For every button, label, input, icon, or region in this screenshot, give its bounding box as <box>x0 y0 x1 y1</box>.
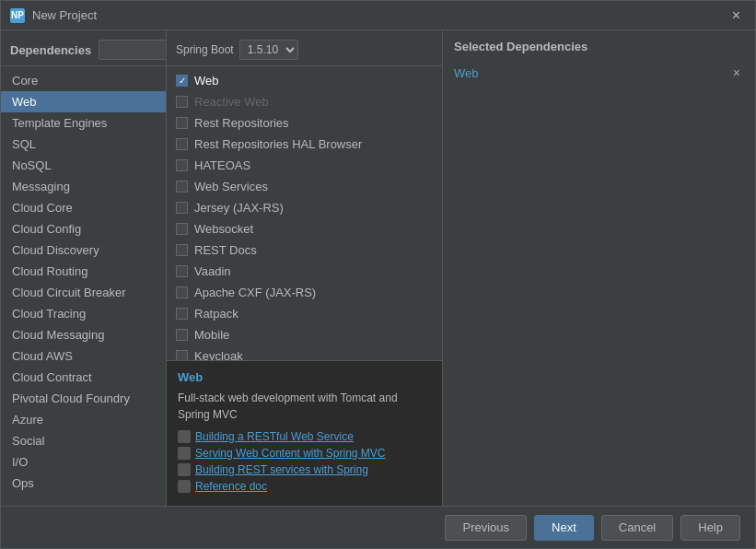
dep-item-rest-repositories[interactable]: Rest Repositories <box>167 112 442 134</box>
main-content: Dependencies CoreWebTemplate EnginesSQLN… <box>1 30 755 506</box>
sidebar-item-ops[interactable]: Ops <box>1 473 166 494</box>
sidebar-item-cloud-messaging[interactable]: Cloud Messaging <box>1 324 166 345</box>
previous-button[interactable]: Previous <box>445 515 527 541</box>
dep-item-mobile[interactable]: Mobile <box>167 324 442 345</box>
dep-item-rest-repositories-hal[interactable]: Rest Repositories HAL Browser <box>167 134 442 155</box>
dep-label-keycloak: Keycloak <box>194 349 243 360</box>
sidebar-item-cloud-core[interactable]: Cloud Core <box>1 197 166 218</box>
link-icon <box>178 430 191 443</box>
spring-boot-version-select[interactable]: 1.5.102.0.01.5.9 <box>239 40 298 60</box>
link-label: Building REST services with Spring <box>195 463 368 476</box>
spring-boot-header: Spring Boot 1.5.102.0.01.5.9 <box>167 30 442 66</box>
dep-checkbox-apache-cxf <box>176 286 188 298</box>
sidebar-item-social[interactable]: Social <box>1 430 166 451</box>
dep-desc-text: Full-stack web development with Tomcat a… <box>178 390 431 423</box>
dep-label-reactive-web: Reactive Web <box>194 95 269 109</box>
right-panel: Selected Dependencies Web× <box>443 30 755 506</box>
sidebar-item-cloud-contract[interactable]: Cloud Contract <box>1 367 166 388</box>
dep-item-websocket[interactable]: Websocket <box>167 218 442 239</box>
sidebar-item-web[interactable]: Web <box>1 91 166 112</box>
sidebar-item-core[interactable]: Core <box>1 70 166 91</box>
selected-deps-header: Selected Dependencies <box>454 40 744 53</box>
dep-label-rest-docs: REST Docs <box>194 243 257 257</box>
dep-link-building-a-restful-web-service[interactable]: Building a RESTful Web Service <box>178 430 431 443</box>
sidebar-item-cloud-discovery[interactable]: Cloud Discovery <box>1 239 166 261</box>
dep-item-web[interactable]: ✓Web <box>167 70 442 91</box>
new-project-dialog: NP New Project × Dependencies CoreWebTem… <box>0 0 756 549</box>
dependency-description: Web Full-stack web development with Tomc… <box>167 360 442 506</box>
dep-checkbox-web: ✓ <box>176 75 188 87</box>
link-icon <box>178 447 191 460</box>
bottom-bar: Previous Next Cancel Help <box>1 506 755 548</box>
selected-deps-list: Web× <box>454 63 744 83</box>
left-panel-header: Dependencies <box>1 30 166 66</box>
sidebar-item-messaging[interactable]: Messaging <box>1 176 166 197</box>
close-button[interactable]: × <box>727 6 746 26</box>
next-button[interactable]: Next <box>534 515 594 541</box>
dep-label-hateoas: HATEOAS <box>194 158 250 172</box>
dep-item-keycloak[interactable]: Keycloak <box>167 345 442 360</box>
sidebar-item-cloud-aws[interactable]: Cloud AWS <box>1 345 166 367</box>
dep-label-mobile: Mobile <box>194 328 229 342</box>
search-input[interactable] <box>99 40 167 60</box>
selected-dep-web: Web× <box>454 63 744 83</box>
cancel-button[interactable]: Cancel <box>601 515 673 541</box>
help-button[interactable]: Help <box>680 515 740 541</box>
spring-boot-label: Spring Boot <box>176 43 234 56</box>
dep-label-rest-repositories: Rest Repositories <box>194 116 289 130</box>
dep-checkbox-reactive-web <box>176 96 188 108</box>
dep-link-building-rest-services-with-spring[interactable]: Building REST services with Spring <box>178 463 431 476</box>
dep-label-web-services: Web Services <box>194 180 268 193</box>
selected-dep-name-web: Web <box>454 66 479 80</box>
link-icon <box>178 463 191 476</box>
dialog-icon: NP <box>10 8 25 23</box>
sidebar-item-cloud-config[interactable]: Cloud Config <box>1 218 166 239</box>
dep-links: Building a RESTful Web ServiceServing We… <box>178 430 431 493</box>
dep-link-reference-doc[interactable]: Reference doc <box>178 480 431 493</box>
link-label: Serving Web Content with Spring MVC <box>195 447 386 460</box>
sidebar-item-sql[interactable]: SQL <box>1 134 166 155</box>
left-panel: Dependencies CoreWebTemplate EnginesSQLN… <box>1 30 167 506</box>
dep-desc-title: Web <box>178 370 431 384</box>
sidebar-item-cloud-routing[interactable]: Cloud Routing <box>1 261 166 282</box>
dep-item-rest-docs[interactable]: REST Docs <box>167 239 442 261</box>
sidebar-item-pivotal-cloud-foundry[interactable]: Pivotal Cloud Foundry <box>1 388 166 409</box>
sidebar-item-io[interactable]: I/O <box>1 451 166 473</box>
link-label: Building a RESTful Web Service <box>195 430 354 443</box>
category-list: CoreWebTemplate EnginesSQLNoSQLMessaging… <box>1 66 166 506</box>
link-icon <box>178 480 191 493</box>
remove-dep-web[interactable]: × <box>729 65 744 80</box>
dep-checkbox-mobile <box>176 329 188 341</box>
dep-checkbox-keycloak <box>176 350 188 360</box>
dep-item-reactive-web: Reactive Web <box>167 91 442 112</box>
dep-link-serving-web-content-with-spring-mvc[interactable]: Serving Web Content with Spring MVC <box>178 447 431 460</box>
dep-item-ratpack[interactable]: Ratpack <box>167 303 442 324</box>
dep-label-jersey: Jersey (JAX-RS) <box>194 201 284 215</box>
dep-label-apache-cxf: Apache CXF (JAX-RS) <box>194 286 316 299</box>
sidebar-item-azure[interactable]: Azure <box>1 409 166 430</box>
dependency-list: ✓WebReactive WebRest RepositoriesRest Re… <box>167 66 442 360</box>
dep-item-hateoas[interactable]: HATEOAS <box>167 155 442 176</box>
dep-item-vaadin[interactable]: Vaadin <box>167 261 442 282</box>
middle-panel: Spring Boot 1.5.102.0.01.5.9 ✓WebReactiv… <box>167 30 443 506</box>
dep-checkbox-web-services <box>176 181 188 193</box>
dep-label-vaadin: Vaadin <box>194 264 231 278</box>
dep-checkbox-rest-repositories-hal <box>176 138 188 150</box>
dep-label-rest-repositories-hal: Rest Repositories HAL Browser <box>194 137 362 151</box>
dep-item-web-services[interactable]: Web Services <box>167 176 442 197</box>
dep-checkbox-rest-docs <box>176 244 188 256</box>
dep-checkbox-hateoas <box>176 159 188 171</box>
dep-checkbox-vaadin <box>176 265 188 277</box>
dep-item-apache-cxf[interactable]: Apache CXF (JAX-RS) <box>167 282 442 303</box>
sidebar-item-cloud-circuit-breaker[interactable]: Cloud Circuit Breaker <box>1 282 166 303</box>
dep-checkbox-ratpack <box>176 308 188 320</box>
sidebar-item-template-engines[interactable]: Template Engines <box>1 112 166 134</box>
dep-checkbox-jersey <box>176 202 188 214</box>
link-label: Reference doc <box>195 480 267 493</box>
sidebar-item-nosql[interactable]: NoSQL <box>1 155 166 176</box>
dep-item-jersey[interactable]: Jersey (JAX-RS) <box>167 197 442 218</box>
dep-label-web: Web <box>194 74 219 88</box>
sidebar-item-cloud-tracing[interactable]: Cloud Tracing <box>1 303 166 324</box>
dep-checkbox-websocket <box>176 223 188 235</box>
title-bar: NP New Project × <box>1 1 755 30</box>
